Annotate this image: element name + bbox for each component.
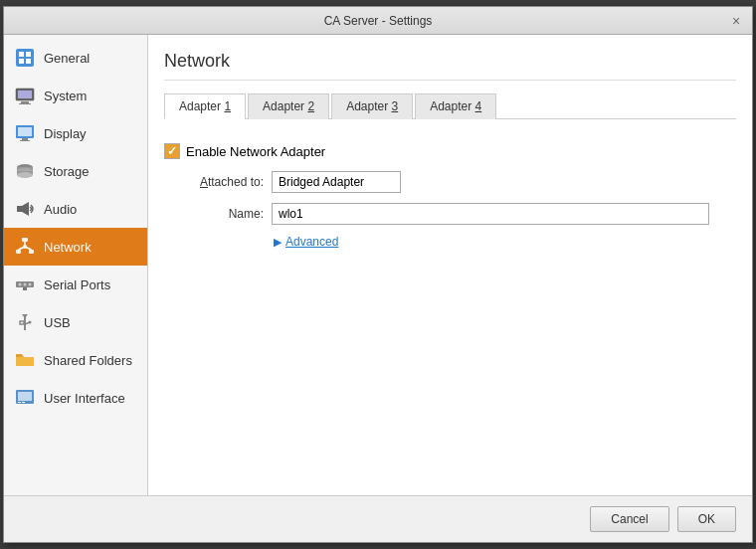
name-wrapper: wlo1 eth0 eth1 (272, 203, 709, 225)
svg-rect-34 (20, 321, 24, 324)
storage-icon (14, 160, 36, 182)
close-button[interactable]: × (728, 13, 744, 29)
enable-adapter-checkbox[interactable] (164, 143, 180, 159)
titlebar: CA Server - Settings × (4, 7, 752, 35)
sidebar: General System (4, 35, 148, 495)
svg-marker-19 (22, 202, 29, 216)
page-title: Network (164, 51, 736, 81)
svg-rect-8 (19, 103, 31, 104)
sidebar-item-serial-ports-label: Serial Ports (44, 277, 110, 292)
svg-rect-38 (18, 392, 32, 401)
tab-adapter2[interactable]: Adapter 2 (248, 93, 329, 119)
shared-folders-icon (14, 349, 36, 371)
sidebar-item-shared-folders[interactable]: Shared Folders (4, 341, 147, 379)
svg-point-28 (19, 283, 22, 286)
network-icon (14, 236, 36, 258)
attached-to-label: Attached to: (164, 175, 264, 189)
content-area: Network Adapter 1 Adapter 2 Adapter 3 Ad… (148, 35, 752, 495)
sidebar-item-display-label: Display (44, 126, 87, 141)
svg-point-26 (23, 245, 27, 249)
adapter-tabs: Adapter 1 Adapter 2 Adapter 3 Adapter 4 (164, 92, 736, 119)
svg-rect-0 (16, 49, 34, 67)
sidebar-item-system[interactable]: System (4, 77, 147, 114)
usb-icon (14, 311, 36, 333)
cancel-button[interactable]: Cancel (590, 506, 668, 532)
svg-rect-4 (26, 59, 31, 64)
sidebar-item-usb-label: USB (44, 315, 71, 330)
svg-rect-6 (18, 91, 32, 98)
window-title: CA Server - Settings (28, 14, 728, 28)
name-label: Name: (164, 207, 264, 221)
svg-point-29 (24, 283, 27, 286)
name-row: Name: wlo1 eth0 eth1 (164, 203, 736, 225)
audio-icon (14, 198, 36, 220)
svg-marker-33 (22, 314, 28, 318)
serial-ports-icon (14, 274, 36, 295)
svg-rect-20 (22, 238, 28, 242)
sidebar-item-storage-label: Storage (44, 164, 90, 179)
svg-rect-39 (18, 402, 21, 403)
svg-rect-7 (21, 101, 29, 103)
svg-point-36 (29, 321, 32, 324)
svg-rect-22 (29, 250, 34, 254)
sidebar-item-user-interface-label: User Interface (44, 391, 125, 406)
form-area: Enable Network Adapter Attached to: Brid… (164, 135, 736, 257)
name-select[interactable]: wlo1 eth0 eth1 (272, 203, 709, 225)
sidebar-item-usb[interactable]: USB (4, 303, 147, 341)
advanced-label: Advanced (285, 235, 338, 249)
svg-point-30 (29, 283, 32, 286)
sidebar-item-system-label: System (44, 89, 87, 103)
svg-rect-10 (18, 127, 32, 136)
window-body: General System (4, 35, 752, 495)
sidebar-item-audio[interactable]: Audio (4, 190, 147, 228)
svg-rect-1 (19, 52, 24, 57)
sidebar-item-serial-ports[interactable]: Serial Ports (4, 266, 147, 303)
sidebar-item-user-interface[interactable]: User Interface (4, 379, 147, 417)
svg-rect-18 (17, 206, 22, 212)
tab-adapter4[interactable]: Adapter 4 (415, 93, 496, 119)
ok-button[interactable]: OK (677, 506, 736, 532)
svg-rect-3 (19, 59, 24, 64)
enable-adapter-label: Enable Network Adapter (186, 144, 325, 159)
svg-rect-31 (23, 287, 27, 290)
sidebar-item-network-label: Network (44, 240, 92, 255)
svg-rect-12 (20, 140, 30, 141)
sidebar-item-display[interactable]: Display (4, 114, 147, 152)
sidebar-item-network[interactable]: Network (4, 228, 147, 266)
svg-rect-2 (26, 52, 31, 57)
attached-to-wrapper: Bridged Adapter Not attached NAT NAT Net… (272, 171, 401, 193)
svg-point-17 (17, 172, 33, 178)
sidebar-item-storage[interactable]: Storage (4, 152, 147, 190)
svg-rect-11 (22, 138, 28, 140)
sidebar-item-shared-folders-label: Shared Folders (44, 353, 132, 368)
footer: Cancel OK (4, 495, 752, 542)
attached-to-select[interactable]: Bridged Adapter Not attached NAT NAT Net… (272, 171, 401, 193)
user-interface-icon (14, 387, 36, 409)
tab-adapter3[interactable]: Adapter 3 (331, 93, 413, 119)
system-icon (14, 85, 36, 106)
attached-to-row: Attached to: Bridged Adapter Not attache… (164, 171, 736, 193)
sidebar-item-general-label: General (44, 51, 90, 66)
general-icon (14, 47, 36, 69)
display-icon (14, 122, 36, 144)
sidebar-item-general[interactable]: General (4, 39, 147, 77)
advanced-row[interactable]: ▶ Advanced (274, 235, 736, 249)
svg-rect-40 (22, 402, 25, 403)
enable-adapter-row: Enable Network Adapter (164, 143, 736, 159)
expand-arrow-icon: ▶ (274, 236, 282, 249)
sidebar-item-audio-label: Audio (44, 202, 77, 217)
settings-window: CA Server - Settings × General (3, 6, 753, 543)
tab-adapter1[interactable]: Adapter 1 (164, 93, 246, 119)
svg-rect-21 (16, 250, 21, 254)
